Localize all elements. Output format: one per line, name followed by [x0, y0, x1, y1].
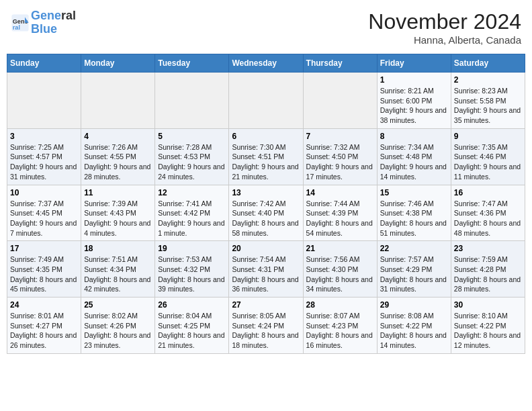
- calendar-day-cell: 12Sunrise: 7:41 AMSunset: 4:42 PMDayligh…: [155, 185, 229, 241]
- calendar-day-cell: 3Sunrise: 7:25 AMSunset: 4:57 PMDaylight…: [7, 128, 81, 185]
- day-number: 30: [454, 300, 522, 310]
- calendar-day-cell: 25Sunrise: 8:02 AMSunset: 4:26 PMDayligh…: [81, 298, 155, 354]
- calendar-day-cell: 21Sunrise: 7:56 AMSunset: 4:30 PMDayligh…: [303, 241, 377, 298]
- calendar-day-cell: [155, 73, 229, 129]
- svg-text:ral: ral: [13, 24, 20, 31]
- calendar-day-cell: 28Sunrise: 8:07 AMSunset: 4:23 PMDayligh…: [303, 298, 377, 354]
- day-info: Sunrise: 7:34 AMSunset: 4:48 PMDaylight:…: [380, 142, 448, 182]
- day-number: 9: [454, 132, 522, 141]
- calendar-day-cell: 4Sunrise: 7:26 AMSunset: 4:55 PMDaylight…: [81, 128, 155, 185]
- weekday-header-row: SundayMondayTuesdayWednesdayThursdayFrid…: [7, 54, 525, 73]
- day-number: 27: [232, 300, 300, 310]
- calendar-day-cell: 19Sunrise: 7:53 AMSunset: 4:32 PMDayligh…: [155, 241, 229, 298]
- day-number: 19: [158, 244, 226, 253]
- day-info: Sunrise: 7:32 AMSunset: 4:50 PMDaylight:…: [306, 142, 374, 182]
- calendar-day-cell: 14Sunrise: 7:44 AMSunset: 4:39 PMDayligh…: [303, 185, 377, 241]
- weekday-header: Monday: [81, 54, 155, 73]
- day-info: Sunrise: 8:02 AMSunset: 4:26 PMDaylight:…: [84, 311, 152, 351]
- day-info: Sunrise: 7:25 AMSunset: 4:57 PMDaylight:…: [10, 142, 78, 182]
- day-number: 18: [84, 244, 152, 253]
- day-info: Sunrise: 7:49 AMSunset: 4:35 PMDaylight:…: [10, 255, 78, 294]
- calendar-day-cell: [303, 73, 377, 129]
- calendar-day-cell: 29Sunrise: 8:08 AMSunset: 4:22 PMDayligh…: [377, 298, 451, 354]
- day-number: 6: [232, 132, 300, 141]
- day-number: 7: [306, 132, 374, 141]
- day-number: 20: [232, 244, 300, 253]
- day-number: 23: [454, 244, 522, 253]
- calendar-week-row: 17Sunrise: 7:49 AMSunset: 4:35 PMDayligh…: [7, 241, 525, 298]
- day-number: 13: [232, 188, 300, 197]
- day-info: Sunrise: 7:57 AMSunset: 4:29 PMDaylight:…: [380, 255, 448, 294]
- logo: Gene ral GeneralBlue: [11, 9, 76, 36]
- day-info: Sunrise: 7:28 AMSunset: 4:53 PMDaylight:…: [158, 142, 226, 182]
- day-number: 29: [380, 300, 448, 310]
- day-info: Sunrise: 7:30 AMSunset: 4:51 PMDaylight:…: [232, 142, 300, 182]
- day-info: Sunrise: 7:54 AMSunset: 4:31 PMDaylight:…: [232, 255, 300, 294]
- calendar-day-cell: 11Sunrise: 7:39 AMSunset: 4:43 PMDayligh…: [81, 185, 155, 241]
- weekday-header: Sunday: [7, 54, 81, 73]
- calendar-table: SundayMondayTuesdayWednesdayThursdayFrid…: [7, 54, 525, 354]
- calendar-day-cell: 17Sunrise: 7:49 AMSunset: 4:35 PMDayligh…: [7, 241, 81, 298]
- day-info: Sunrise: 8:23 AMSunset: 5:58 PMDaylight:…: [454, 86, 522, 126]
- calendar-day-cell: 18Sunrise: 7:51 AMSunset: 4:34 PMDayligh…: [81, 241, 155, 298]
- calendar-week-row: 3Sunrise: 7:25 AMSunset: 4:57 PMDaylight…: [7, 128, 525, 185]
- weekday-header: Tuesday: [155, 54, 229, 73]
- calendar-day-cell: 27Sunrise: 8:05 AMSunset: 4:24 PMDayligh…: [229, 298, 303, 354]
- calendar-day-cell: [229, 73, 303, 129]
- day-number: 5: [158, 132, 226, 141]
- day-number: 21: [306, 244, 374, 253]
- calendar-day-cell: 13Sunrise: 7:42 AMSunset: 4:40 PMDayligh…: [229, 185, 303, 241]
- day-info: Sunrise: 8:04 AMSunset: 4:25 PMDaylight:…: [158, 311, 226, 351]
- calendar-day-cell: 23Sunrise: 7:59 AMSunset: 4:28 PMDayligh…: [451, 241, 525, 298]
- calendar-day-cell: 2Sunrise: 8:23 AMSunset: 5:58 PMDaylight…: [451, 73, 525, 129]
- logo-icon: Gene ral: [11, 13, 30, 32]
- day-number: 26: [158, 300, 226, 310]
- logo-text: GeneralBlue: [31, 9, 76, 36]
- calendar-week-row: 10Sunrise: 7:37 AMSunset: 4:45 PMDayligh…: [7, 185, 525, 241]
- day-info: Sunrise: 8:07 AMSunset: 4:23 PMDaylight:…: [306, 311, 374, 351]
- day-number: 22: [380, 244, 448, 253]
- day-number: 17: [10, 244, 78, 253]
- day-info: Sunrise: 8:08 AMSunset: 4:22 PMDaylight:…: [380, 311, 448, 351]
- weekday-header: Thursday: [303, 54, 377, 73]
- day-info: Sunrise: 7:37 AMSunset: 4:45 PMDaylight:…: [10, 199, 78, 238]
- day-info: Sunrise: 7:53 AMSunset: 4:32 PMDaylight:…: [158, 255, 226, 294]
- calendar-week-row: 24Sunrise: 8:01 AMSunset: 4:27 PMDayligh…: [7, 298, 525, 354]
- calendar-day-cell: 6Sunrise: 7:30 AMSunset: 4:51 PMDaylight…: [229, 128, 303, 185]
- day-info: Sunrise: 8:10 AMSunset: 4:22 PMDaylight:…: [454, 311, 522, 351]
- weekday-header: Wednesday: [229, 54, 303, 73]
- day-number: 10: [10, 188, 78, 197]
- calendar-week-row: 1Sunrise: 8:21 AMSunset: 6:00 PMDaylight…: [7, 73, 525, 129]
- calendar-day-cell: 16Sunrise: 7:47 AMSunset: 4:36 PMDayligh…: [451, 185, 525, 241]
- day-info: Sunrise: 7:35 AMSunset: 4:46 PMDaylight:…: [454, 142, 522, 182]
- day-info: Sunrise: 7:26 AMSunset: 4:55 PMDaylight:…: [84, 142, 152, 182]
- calendar-day-cell: 24Sunrise: 8:01 AMSunset: 4:27 PMDayligh…: [7, 298, 81, 354]
- calendar-day-cell: 1Sunrise: 8:21 AMSunset: 6:00 PMDaylight…: [377, 73, 451, 129]
- day-info: Sunrise: 7:51 AMSunset: 4:34 PMDaylight:…: [84, 255, 152, 294]
- title-block: November 2024 Hanna, Alberta, Canada: [368, 9, 521, 46]
- calendar-day-cell: 22Sunrise: 7:57 AMSunset: 4:29 PMDayligh…: [377, 241, 451, 298]
- day-info: Sunrise: 7:47 AMSunset: 4:36 PMDaylight:…: [454, 199, 522, 238]
- weekday-header: Friday: [377, 54, 451, 73]
- day-number: 14: [306, 188, 374, 197]
- day-number: 1: [380, 75, 448, 85]
- day-info: Sunrise: 7:41 AMSunset: 4:42 PMDaylight:…: [158, 199, 226, 238]
- month-title: November 2024: [368, 9, 521, 34]
- calendar-day-cell: 30Sunrise: 8:10 AMSunset: 4:22 PMDayligh…: [451, 298, 525, 354]
- day-info: Sunrise: 7:44 AMSunset: 4:39 PMDaylight:…: [306, 199, 374, 238]
- day-info: Sunrise: 7:56 AMSunset: 4:30 PMDaylight:…: [306, 255, 374, 294]
- calendar-day-cell: 8Sunrise: 7:34 AMSunset: 4:48 PMDaylight…: [377, 128, 451, 185]
- day-number: 16: [454, 188, 522, 197]
- calendar-day-cell: 5Sunrise: 7:28 AMSunset: 4:53 PMDaylight…: [155, 128, 229, 185]
- day-info: Sunrise: 7:46 AMSunset: 4:38 PMDaylight:…: [380, 199, 448, 238]
- day-number: 25: [84, 300, 152, 310]
- day-number: 8: [380, 132, 448, 141]
- calendar-day-cell: 26Sunrise: 8:04 AMSunset: 4:25 PMDayligh…: [155, 298, 229, 354]
- day-number: 24: [10, 300, 78, 310]
- calendar-day-cell: 20Sunrise: 7:54 AMSunset: 4:31 PMDayligh…: [229, 241, 303, 298]
- calendar-day-cell: 9Sunrise: 7:35 AMSunset: 4:46 PMDaylight…: [451, 128, 525, 185]
- day-info: Sunrise: 7:59 AMSunset: 4:28 PMDaylight:…: [454, 255, 522, 294]
- calendar-day-cell: 15Sunrise: 7:46 AMSunset: 4:38 PMDayligh…: [377, 185, 451, 241]
- page-header: Gene ral GeneralBlue November 2024 Hanna…: [7, 7, 525, 48]
- calendar-day-cell: 10Sunrise: 7:37 AMSunset: 4:45 PMDayligh…: [7, 185, 81, 241]
